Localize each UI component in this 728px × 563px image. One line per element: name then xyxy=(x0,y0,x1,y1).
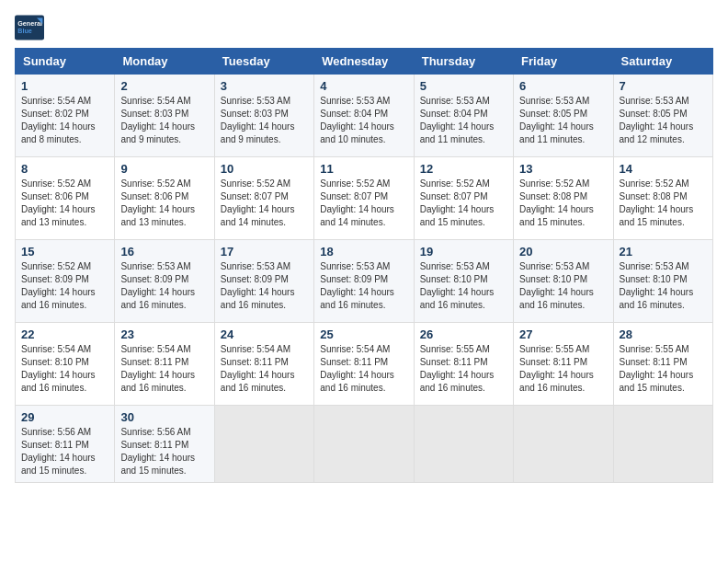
day-detail: Sunrise: 5:54 AM Sunset: 8:11 PM Dayligh… xyxy=(221,343,308,395)
day-detail: Sunrise: 5:53 AM Sunset: 8:10 PM Dayligh… xyxy=(620,260,707,312)
day-detail: Sunrise: 5:54 AM Sunset: 8:02 PM Dayligh… xyxy=(21,95,108,146)
header-sunday: Sunday xyxy=(16,49,115,75)
day-detail: Sunrise: 5:52 AM Sunset: 8:09 PM Dayligh… xyxy=(21,260,108,312)
day-detail: Sunrise: 5:53 AM Sunset: 8:04 PM Dayligh… xyxy=(420,95,507,146)
day-number: 9 xyxy=(120,162,208,176)
day-number: 10 xyxy=(221,162,308,176)
calendar-cell: 16Sunrise: 5:53 AM Sunset: 8:09 PM Dayli… xyxy=(115,240,214,323)
calendar-week-3: 15Sunrise: 5:52 AM Sunset: 8:09 PM Dayli… xyxy=(16,240,713,323)
day-detail: Sunrise: 5:56 AM Sunset: 8:11 PM Dayligh… xyxy=(120,426,208,477)
day-number: 23 xyxy=(120,327,208,341)
day-number: 28 xyxy=(620,327,707,341)
day-detail: Sunrise: 5:52 AM Sunset: 8:07 PM Dayligh… xyxy=(320,178,407,229)
day-detail: Sunrise: 5:54 AM Sunset: 8:03 PM Dayligh… xyxy=(120,95,208,146)
calendar-cell: 5Sunrise: 5:53 AM Sunset: 8:04 PM Daylig… xyxy=(414,75,513,157)
day-number: 24 xyxy=(221,327,308,341)
header-friday: Friday xyxy=(514,49,613,75)
header-wednesday: Wednesday xyxy=(314,49,414,75)
calendar-cell: 4Sunrise: 5:53 AM Sunset: 8:04 PM Daylig… xyxy=(314,75,414,157)
day-number: 3 xyxy=(221,79,308,93)
calendar-cell xyxy=(613,406,712,483)
calendar-cell: 25Sunrise: 5:54 AM Sunset: 8:11 PM Dayli… xyxy=(314,323,414,406)
calendar-cell: 12Sunrise: 5:52 AM Sunset: 8:07 PM Dayli… xyxy=(414,157,513,240)
day-detail: Sunrise: 5:54 AM Sunset: 8:11 PM Dayligh… xyxy=(320,343,407,395)
day-detail: Sunrise: 5:55 AM Sunset: 8:11 PM Dayligh… xyxy=(519,343,607,395)
day-number: 12 xyxy=(420,162,507,176)
header-monday: Monday xyxy=(115,49,214,75)
calendar-cell: 29Sunrise: 5:56 AM Sunset: 8:11 PM Dayli… xyxy=(16,406,115,483)
calendar-cell: 24Sunrise: 5:54 AM Sunset: 8:11 PM Dayli… xyxy=(214,323,313,406)
day-number: 20 xyxy=(519,245,607,259)
day-detail: Sunrise: 5:54 AM Sunset: 8:11 PM Dayligh… xyxy=(120,343,208,395)
day-number: 18 xyxy=(320,245,407,259)
day-number: 25 xyxy=(320,327,407,341)
day-number: 29 xyxy=(21,410,108,424)
svg-text:Blue: Blue xyxy=(17,27,32,35)
day-detail: Sunrise: 5:52 AM Sunset: 8:06 PM Dayligh… xyxy=(21,178,108,229)
calendar-cell: 2Sunrise: 5:54 AM Sunset: 8:03 PM Daylig… xyxy=(115,75,214,157)
day-number: 8 xyxy=(21,162,108,176)
day-number: 2 xyxy=(120,79,208,93)
calendar-cell xyxy=(314,406,414,483)
calendar-cell: 27Sunrise: 5:55 AM Sunset: 8:11 PM Dayli… xyxy=(514,323,613,406)
day-number: 27 xyxy=(519,327,607,341)
calendar-cell: 11Sunrise: 5:52 AM Sunset: 8:07 PM Dayli… xyxy=(314,157,414,240)
day-detail: Sunrise: 5:52 AM Sunset: 8:06 PM Dayligh… xyxy=(120,178,208,229)
day-number: 26 xyxy=(420,327,507,341)
calendar-cell: 3Sunrise: 5:53 AM Sunset: 8:03 PM Daylig… xyxy=(214,75,313,157)
day-detail: Sunrise: 5:55 AM Sunset: 8:11 PM Dayligh… xyxy=(420,343,507,395)
day-number: 16 xyxy=(120,245,208,259)
day-detail: Sunrise: 5:53 AM Sunset: 8:04 PM Dayligh… xyxy=(320,95,407,146)
calendar-table: SundayMondayTuesdayWednesdayThursdayFrid… xyxy=(15,48,713,483)
calendar-week-2: 8Sunrise: 5:52 AM Sunset: 8:06 PM Daylig… xyxy=(16,157,713,240)
day-number: 13 xyxy=(519,162,607,176)
calendar-header-row: SundayMondayTuesdayWednesdayThursdayFrid… xyxy=(16,49,713,75)
day-number: 7 xyxy=(620,79,707,93)
day-number: 30 xyxy=(120,410,208,424)
calendar-cell: 23Sunrise: 5:54 AM Sunset: 8:11 PM Dayli… xyxy=(115,323,214,406)
calendar-cell: 17Sunrise: 5:53 AM Sunset: 8:09 PM Dayli… xyxy=(214,240,313,323)
day-number: 17 xyxy=(221,245,308,259)
day-number: 22 xyxy=(21,327,108,341)
calendar-cell: 26Sunrise: 5:55 AM Sunset: 8:11 PM Dayli… xyxy=(414,323,513,406)
calendar-cell xyxy=(514,406,613,483)
day-detail: Sunrise: 5:53 AM Sunset: 8:05 PM Dayligh… xyxy=(620,95,707,146)
calendar-cell: 28Sunrise: 5:55 AM Sunset: 8:11 PM Dayli… xyxy=(613,323,712,406)
calendar-cell: 30Sunrise: 5:56 AM Sunset: 8:11 PM Dayli… xyxy=(115,406,214,483)
calendar-cell: 15Sunrise: 5:52 AM Sunset: 8:09 PM Dayli… xyxy=(16,240,115,323)
logo: General Blue xyxy=(15,15,44,40)
calendar-cell: 21Sunrise: 5:53 AM Sunset: 8:10 PM Dayli… xyxy=(613,240,712,323)
calendar-cell: 10Sunrise: 5:52 AM Sunset: 8:07 PM Dayli… xyxy=(214,157,313,240)
calendar-cell: 20Sunrise: 5:53 AM Sunset: 8:10 PM Dayli… xyxy=(514,240,613,323)
day-number: 4 xyxy=(320,79,407,93)
header-saturday: Saturday xyxy=(613,49,712,75)
calendar-cell: 1Sunrise: 5:54 AM Sunset: 8:02 PM Daylig… xyxy=(16,75,115,157)
calendar-cell: 14Sunrise: 5:52 AM Sunset: 8:08 PM Dayli… xyxy=(613,157,712,240)
day-detail: Sunrise: 5:53 AM Sunset: 8:10 PM Dayligh… xyxy=(519,260,607,312)
page-header: General Blue xyxy=(15,15,713,40)
day-detail: Sunrise: 5:53 AM Sunset: 8:09 PM Dayligh… xyxy=(221,260,308,312)
header-tuesday: Tuesday xyxy=(214,49,313,75)
calendar-cell: 9Sunrise: 5:52 AM Sunset: 8:06 PM Daylig… xyxy=(115,157,214,240)
calendar-cell: 13Sunrise: 5:52 AM Sunset: 8:08 PM Dayli… xyxy=(514,157,613,240)
day-detail: Sunrise: 5:55 AM Sunset: 8:11 PM Dayligh… xyxy=(620,343,707,395)
day-number: 19 xyxy=(420,245,507,259)
calendar-week-4: 22Sunrise: 5:54 AM Sunset: 8:10 PM Dayli… xyxy=(16,323,713,406)
day-detail: Sunrise: 5:53 AM Sunset: 8:10 PM Dayligh… xyxy=(420,260,507,312)
calendar-cell: 7Sunrise: 5:53 AM Sunset: 8:05 PM Daylig… xyxy=(613,75,712,157)
day-number: 1 xyxy=(21,79,108,93)
day-number: 14 xyxy=(620,162,707,176)
svg-text:General: General xyxy=(17,19,42,28)
day-detail: Sunrise: 5:53 AM Sunset: 8:03 PM Dayligh… xyxy=(221,95,308,146)
day-detail: Sunrise: 5:53 AM Sunset: 8:09 PM Dayligh… xyxy=(320,260,407,312)
day-number: 21 xyxy=(620,245,707,259)
day-number: 6 xyxy=(519,79,607,93)
day-number: 5 xyxy=(420,79,507,93)
calendar-cell: 19Sunrise: 5:53 AM Sunset: 8:10 PM Dayli… xyxy=(414,240,513,323)
calendar-cell: 6Sunrise: 5:53 AM Sunset: 8:05 PM Daylig… xyxy=(514,75,613,157)
day-detail: Sunrise: 5:54 AM Sunset: 8:10 PM Dayligh… xyxy=(21,343,108,395)
day-detail: Sunrise: 5:52 AM Sunset: 8:07 PM Dayligh… xyxy=(221,178,308,229)
day-detail: Sunrise: 5:53 AM Sunset: 8:05 PM Dayligh… xyxy=(519,95,607,146)
day-number: 11 xyxy=(320,162,407,176)
calendar-cell: 8Sunrise: 5:52 AM Sunset: 8:06 PM Daylig… xyxy=(16,157,115,240)
